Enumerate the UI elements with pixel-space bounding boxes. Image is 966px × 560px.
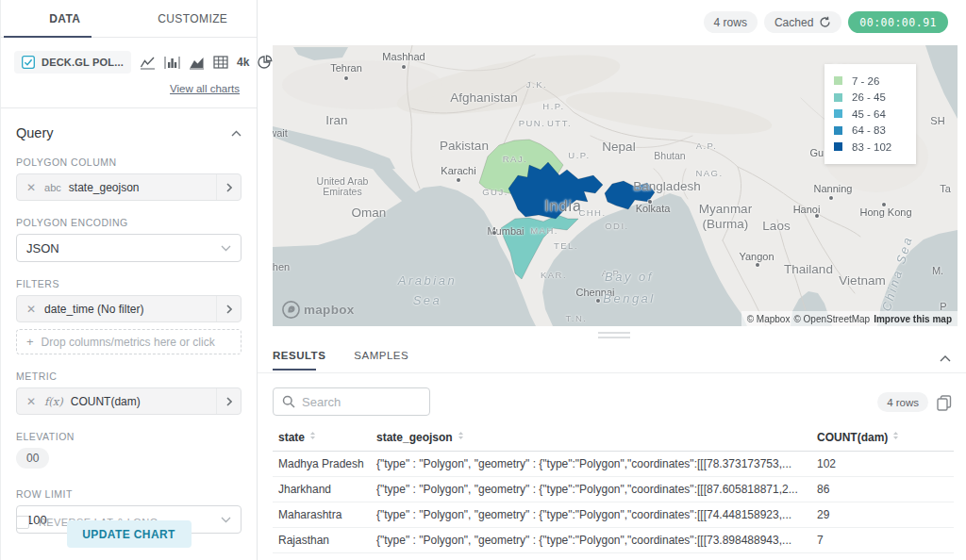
function-tag: f(x) bbox=[44, 395, 63, 408]
legend-item: 7 - 26 bbox=[834, 73, 907, 90]
table-cell: 86 bbox=[811, 477, 954, 502]
legend-swatch bbox=[834, 142, 842, 151]
attrib-mapbox[interactable]: © Mapbox bbox=[747, 314, 791, 324]
city-dot bbox=[756, 263, 759, 267]
collapse-query-icon[interactable] bbox=[231, 130, 242, 137]
table-cell: Rajasthan bbox=[273, 528, 371, 553]
checkbox-checked-icon bbox=[22, 56, 35, 69]
refresh-icon bbox=[819, 16, 831, 28]
legend-swatch bbox=[834, 93, 842, 102]
expand-caret[interactable] bbox=[216, 388, 241, 414]
legend-swatch bbox=[834, 126, 842, 135]
table-cell: 7 bbox=[811, 528, 954, 553]
tab-data[interactable]: DATA bbox=[1, 0, 129, 37]
filter-field[interactable]: ✕ date_time (No filter) bbox=[16, 295, 242, 322]
city-dot bbox=[596, 299, 600, 303]
map-legend: 7 - 2626 - 4545 - 6464 - 8383 - 102 bbox=[824, 64, 916, 164]
results-row-count-badge: 4 rows bbox=[877, 392, 928, 412]
legend-item: 26 - 45 bbox=[834, 90, 907, 107]
polygon-column-label: POLYGON COLUMN bbox=[16, 156, 242, 168]
sort-icon[interactable] bbox=[309, 431, 316, 440]
results-tabs: RESULTS SAMPLES bbox=[273, 350, 408, 371]
metric-label: METRIC bbox=[16, 371, 242, 382]
table-cell: {"type" : "Polygon", "geometry" : {"type… bbox=[371, 452, 811, 477]
copy-icon[interactable] bbox=[937, 395, 952, 411]
table-icon[interactable] bbox=[213, 54, 228, 71]
legend-item: 45 - 64 bbox=[834, 106, 907, 123]
table-cell: {"type" : "Polygon", "geometry" : {"type… bbox=[371, 502, 811, 528]
column-header[interactable]: state bbox=[273, 426, 371, 452]
metric-field[interactable]: ✕ f(x) COUNT(dam) bbox=[16, 387, 242, 415]
chevron-down-icon bbox=[221, 245, 231, 252]
city-dot bbox=[457, 178, 460, 182]
row-limit-label: ROW LIMIT bbox=[16, 488, 242, 500]
collapse-results-icon[interactable] bbox=[940, 354, 951, 362]
polygon-encoding-select[interactable]: JSON bbox=[16, 234, 242, 262]
metric-value: COUNT(dam) bbox=[71, 395, 141, 408]
bar-chart-icon[interactable] bbox=[164, 54, 180, 71]
tab-samples[interactable]: SAMPLES bbox=[354, 350, 408, 371]
polygon-encoding-value: JSON bbox=[26, 241, 59, 255]
city-dot bbox=[402, 65, 406, 69]
mapbox-logo[interactable]: mapbox bbox=[282, 301, 355, 319]
row-count-badge: 4 rows bbox=[704, 11, 758, 33]
polygon-column-field[interactable]: ✕ abc state_geojson bbox=[16, 173, 242, 201]
legend-label: 83 - 102 bbox=[852, 141, 891, 153]
chart-header-bar: 4 rows Cached 00:00:00.91 bbox=[258, 0, 966, 45]
improve-map-link[interactable]: Improve this map bbox=[874, 314, 952, 324]
cached-badge[interactable]: Cached bbox=[764, 11, 841, 33]
table-cell: Jharkhand bbox=[273, 477, 371, 502]
remove-icon[interactable]: ✕ bbox=[17, 303, 44, 316]
pie-chart-icon[interactable] bbox=[258, 54, 273, 71]
sidebar-tabs: DATA CUSTOMIZE bbox=[1, 0, 257, 38]
filter-dropzone[interactable]: + Drop columns/metrics here or click bbox=[16, 329, 242, 354]
remove-icon[interactable]: ✕ bbox=[17, 395, 44, 408]
filter-value: date_time (No filter) bbox=[44, 303, 143, 316]
explore-view: DATA CUSTOMIZE DECK.GL POL... 4k View al… bbox=[0, 0, 966, 560]
legend-item: 83 - 102 bbox=[834, 139, 907, 156]
deckgl-polygon-map[interactable]: IranAfghanistanPakistanNepalBhutanBangla… bbox=[273, 45, 958, 326]
control-panel-sidebar: DATA CUSTOMIZE DECK.GL POL... 4k View al… bbox=[1, 0, 258, 560]
dropzone-placeholder: Drop columns/metrics here or click bbox=[42, 336, 215, 349]
plus-icon: + bbox=[26, 335, 34, 349]
city-dot bbox=[648, 200, 652, 204]
expand-caret[interactable] bbox=[216, 296, 241, 321]
remove-icon[interactable]: ✕ bbox=[17, 181, 44, 194]
table-cell: Maharashtra bbox=[273, 502, 371, 528]
expand-caret[interactable] bbox=[216, 174, 241, 200]
column-header[interactable]: state_geojson bbox=[371, 426, 811, 452]
line-chart-icon[interactable] bbox=[140, 54, 156, 71]
city-dot bbox=[815, 214, 819, 218]
reverse-lat-long-checkbox[interactable] bbox=[16, 516, 29, 529]
sort-icon[interactable] bbox=[458, 431, 464, 440]
city-dot bbox=[492, 231, 496, 235]
area-chart-icon[interactable] bbox=[189, 54, 205, 71]
tab-results[interactable]: RESULTS bbox=[273, 350, 325, 371]
elevation-value[interactable]: 00 bbox=[16, 448, 49, 469]
table-cell: {"type" : "Polygon", "geometry" : {"type… bbox=[371, 528, 811, 553]
map-attribution: © Mapbox © OpenStreetMap Improve this ma… bbox=[741, 311, 958, 326]
panel-resize-handle[interactable] bbox=[598, 332, 630, 341]
city-dot bbox=[344, 76, 348, 80]
big-number-icon[interactable]: 4k bbox=[237, 56, 249, 69]
tab-customize[interactable]: CUSTOMIZE bbox=[129, 0, 258, 37]
search-icon bbox=[282, 395, 295, 408]
search-input[interactable] bbox=[302, 395, 415, 409]
sort-icon[interactable] bbox=[892, 431, 899, 440]
active-tab-indicator bbox=[273, 369, 316, 371]
results-search[interactable] bbox=[273, 387, 430, 416]
selected-viz-type[interactable]: DECK.GL POL... bbox=[14, 51, 131, 74]
mapbox-logo-word: mapbox bbox=[304, 303, 355, 317]
update-chart-button[interactable]: UPDATE CHART bbox=[67, 520, 192, 548]
table-cell: 102 bbox=[811, 452, 954, 477]
column-header[interactable]: COUNT(dam) bbox=[811, 426, 954, 452]
elevation-label: ELEVATION bbox=[16, 431, 242, 442]
view-all-charts-link[interactable]: View all charts bbox=[14, 83, 240, 94]
legend-label: 26 - 45 bbox=[852, 91, 886, 103]
attrib-osm[interactable]: © OpenStreetMap bbox=[793, 314, 870, 324]
filters-label: FILTERS bbox=[16, 278, 242, 289]
legend-swatch bbox=[834, 109, 842, 118]
legend-item: 64 - 83 bbox=[834, 123, 907, 140]
query-section: Query POLYGON COLUMN ✕ abc state_geojson… bbox=[1, 108, 257, 534]
table-row: Rajasthan{"type" : "Polygon", "geometry"… bbox=[273, 528, 954, 553]
